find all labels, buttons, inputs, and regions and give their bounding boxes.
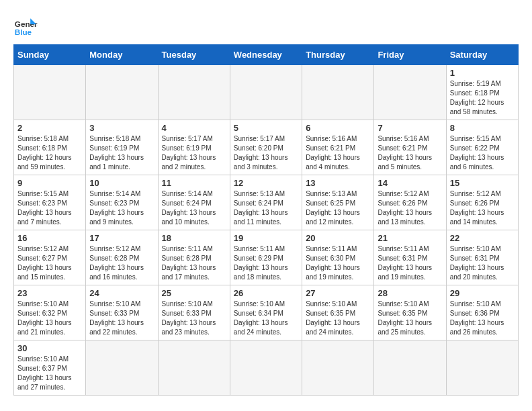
day-info: Sunrise: 5:11 AM Sunset: 6:29 PM Dayligh… <box>234 244 298 282</box>
day-number: 28 <box>378 288 442 298</box>
day-number: 1 <box>450 68 515 78</box>
day-number: 11 <box>162 178 226 188</box>
day-number: 15 <box>450 178 515 188</box>
svg-text:Blue: Blue <box>15 28 32 36</box>
day-number: 23 <box>17 288 82 298</box>
day-number: 21 <box>378 233 442 243</box>
calendar-cell: 16Sunrise: 5:12 AM Sunset: 6:27 PM Dayli… <box>14 230 86 285</box>
day-number: 27 <box>306 288 370 298</box>
calendar-cell <box>230 65 302 120</box>
day-number: 9 <box>17 178 82 188</box>
day-info: Sunrise: 5:10 AM Sunset: 6:35 PM Dayligh… <box>306 300 370 337</box>
calendar-cell: 29Sunrise: 5:10 AM Sunset: 6:36 PM Dayli… <box>446 285 518 340</box>
calendar-cell: 22Sunrise: 5:10 AM Sunset: 6:31 PM Dayli… <box>446 230 518 285</box>
day-header-saturday: Saturday <box>446 45 518 65</box>
day-info: Sunrise: 5:10 AM Sunset: 6:37 PM Dayligh… <box>17 355 82 392</box>
day-number: 19 <box>234 233 298 243</box>
calendar-cell: 17Sunrise: 5:12 AM Sunset: 6:28 PM Dayli… <box>86 230 158 285</box>
calendar-cell <box>86 340 158 396</box>
day-number: 6 <box>306 123 370 133</box>
day-info: Sunrise: 5:14 AM Sunset: 6:24 PM Dayligh… <box>162 189 226 227</box>
calendar-cell <box>230 340 302 396</box>
day-info: Sunrise: 5:16 AM Sunset: 6:21 PM Dayligh… <box>306 134 370 172</box>
calendar-cell: 11Sunrise: 5:14 AM Sunset: 6:24 PM Dayli… <box>158 175 230 230</box>
calendar-cell: 25Sunrise: 5:10 AM Sunset: 6:33 PM Dayli… <box>158 285 230 340</box>
day-header-tuesday: Tuesday <box>158 45 230 65</box>
day-header-sunday: Sunday <box>14 45 86 65</box>
calendar-cell <box>446 340 518 396</box>
day-header-monday: Monday <box>86 45 158 65</box>
calendar-cell: 15Sunrise: 5:12 AM Sunset: 6:26 PM Dayli… <box>446 175 518 230</box>
day-info: Sunrise: 5:10 AM Sunset: 6:36 PM Dayligh… <box>450 300 515 337</box>
calendar-cell <box>158 340 230 396</box>
day-number: 5 <box>234 123 298 133</box>
day-header-thursday: Thursday <box>302 45 374 65</box>
day-number: 22 <box>450 233 515 243</box>
day-info: Sunrise: 5:15 AM Sunset: 6:22 PM Dayligh… <box>450 134 515 172</box>
week-row-5: 23Sunrise: 5:10 AM Sunset: 6:32 PM Dayli… <box>14 285 519 340</box>
logo-icon: General Blue <box>13 13 38 38</box>
day-info: Sunrise: 5:17 AM Sunset: 6:20 PM Dayligh… <box>234 134 298 172</box>
day-info: Sunrise: 5:10 AM Sunset: 6:34 PM Dayligh… <box>234 300 298 337</box>
day-number: 18 <box>162 233 226 243</box>
calendar-cell <box>374 340 446 396</box>
day-number: 7 <box>378 123 442 133</box>
calendar-cell: 3Sunrise: 5:18 AM Sunset: 6:19 PM Daylig… <box>86 120 158 175</box>
day-number: 16 <box>17 233 82 243</box>
day-info: Sunrise: 5:12 AM Sunset: 6:26 PM Dayligh… <box>378 189 442 227</box>
week-row-6: 30Sunrise: 5:10 AM Sunset: 6:37 PM Dayli… <box>14 340 519 396</box>
day-info: Sunrise: 5:11 AM Sunset: 6:28 PM Dayligh… <box>162 244 226 282</box>
day-info: Sunrise: 5:16 AM Sunset: 6:21 PM Dayligh… <box>378 134 442 172</box>
day-number: 26 <box>234 288 298 298</box>
week-row-3: 9Sunrise: 5:15 AM Sunset: 6:23 PM Daylig… <box>14 175 519 230</box>
calendar-cell: 20Sunrise: 5:11 AM Sunset: 6:30 PM Dayli… <box>302 230 374 285</box>
day-info: Sunrise: 5:17 AM Sunset: 6:19 PM Dayligh… <box>162 134 226 172</box>
day-number: 24 <box>89 288 154 298</box>
day-number: 17 <box>89 233 154 243</box>
day-number: 4 <box>162 123 226 133</box>
day-number: 2 <box>17 123 82 133</box>
day-info: Sunrise: 5:10 AM Sunset: 6:35 PM Dayligh… <box>378 300 442 337</box>
calendar-cell <box>302 65 374 120</box>
day-number: 8 <box>450 123 515 133</box>
calendar-cell: 28Sunrise: 5:10 AM Sunset: 6:35 PM Dayli… <box>374 285 446 340</box>
calendar-cell: 10Sunrise: 5:14 AM Sunset: 6:23 PM Dayli… <box>86 175 158 230</box>
calendar-cell: 7Sunrise: 5:16 AM Sunset: 6:21 PM Daylig… <box>374 120 446 175</box>
day-number: 14 <box>378 178 442 188</box>
day-number: 3 <box>89 123 154 133</box>
calendar-cell: 9Sunrise: 5:15 AM Sunset: 6:23 PM Daylig… <box>14 175 86 230</box>
calendar-cell: 26Sunrise: 5:10 AM Sunset: 6:34 PM Dayli… <box>230 285 302 340</box>
calendar-cell <box>86 65 158 120</box>
day-info: Sunrise: 5:13 AM Sunset: 6:24 PM Dayligh… <box>234 189 298 227</box>
calendar-cell: 19Sunrise: 5:11 AM Sunset: 6:29 PM Dayli… <box>230 230 302 285</box>
day-info: Sunrise: 5:19 AM Sunset: 6:18 PM Dayligh… <box>450 79 515 117</box>
calendar-cell: 24Sunrise: 5:10 AM Sunset: 6:33 PM Dayli… <box>86 285 158 340</box>
week-row-4: 16Sunrise: 5:12 AM Sunset: 6:27 PM Dayli… <box>14 230 519 285</box>
day-info: Sunrise: 5:18 AM Sunset: 6:19 PM Dayligh… <box>89 134 154 172</box>
day-header-friday: Friday <box>374 45 446 65</box>
calendar-cell <box>14 65 86 120</box>
calendar-cell: 13Sunrise: 5:13 AM Sunset: 6:25 PM Dayli… <box>302 175 374 230</box>
day-info: Sunrise: 5:15 AM Sunset: 6:23 PM Dayligh… <box>17 189 82 227</box>
calendar-cell: 8Sunrise: 5:15 AM Sunset: 6:22 PM Daylig… <box>446 120 518 175</box>
logo: General Blue <box>13 13 38 38</box>
calendar-cell: 23Sunrise: 5:10 AM Sunset: 6:32 PM Dayli… <box>14 285 86 340</box>
calendar-cell: 30Sunrise: 5:10 AM Sunset: 6:37 PM Dayli… <box>14 340 86 396</box>
day-info: Sunrise: 5:11 AM Sunset: 6:31 PM Dayligh… <box>378 244 442 282</box>
calendar-cell <box>302 340 374 396</box>
day-number: 12 <box>234 178 298 188</box>
day-header-wednesday: Wednesday <box>230 45 302 65</box>
day-info: Sunrise: 5:10 AM Sunset: 6:32 PM Dayligh… <box>17 300 82 337</box>
day-info: Sunrise: 5:10 AM Sunset: 6:31 PM Dayligh… <box>450 244 515 282</box>
day-info: Sunrise: 5:14 AM Sunset: 6:23 PM Dayligh… <box>89 189 154 227</box>
day-info: Sunrise: 5:11 AM Sunset: 6:30 PM Dayligh… <box>306 244 370 282</box>
calendar-cell: 5Sunrise: 5:17 AM Sunset: 6:20 PM Daylig… <box>230 120 302 175</box>
day-info: Sunrise: 5:12 AM Sunset: 6:27 PM Dayligh… <box>17 244 82 282</box>
calendar-cell: 6Sunrise: 5:16 AM Sunset: 6:21 PM Daylig… <box>302 120 374 175</box>
day-info: Sunrise: 5:12 AM Sunset: 6:28 PM Dayligh… <box>89 244 154 282</box>
day-info: Sunrise: 5:13 AM Sunset: 6:25 PM Dayligh… <box>306 189 370 227</box>
page-header: General Blue <box>13 13 519 38</box>
calendar-cell <box>158 65 230 120</box>
day-number: 13 <box>306 178 370 188</box>
calendar-cell: 21Sunrise: 5:11 AM Sunset: 6:31 PM Dayli… <box>374 230 446 285</box>
